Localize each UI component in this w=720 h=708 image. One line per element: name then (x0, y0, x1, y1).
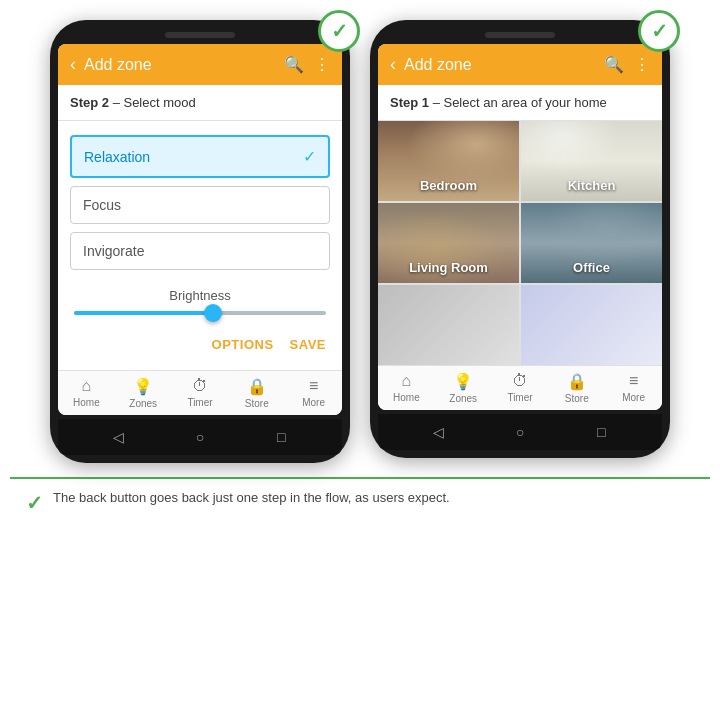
living-bg: Living Room (378, 203, 519, 283)
left-recents-android[interactable]: □ (271, 427, 291, 447)
more-icon-left: ≡ (309, 377, 318, 395)
mood-focus-label: Focus (83, 197, 121, 213)
left-nav-home[interactable]: ⌂ Home (66, 377, 106, 409)
left-nav-zones[interactable]: 💡 Zones (123, 377, 163, 409)
left-step-label: Step 2 – Select mood (58, 85, 342, 121)
right-header-icons: 🔍 ⋮ (604, 55, 650, 74)
save-button[interactable]: SAVE (290, 337, 326, 352)
zones-icon-left: 💡 (133, 377, 153, 396)
room-kitchen[interactable]: Kitchen (521, 121, 662, 201)
brightness-slider[interactable] (74, 311, 326, 315)
brightness-label: Brightness (74, 288, 326, 303)
living-label: Living Room (409, 260, 488, 275)
caption-text: The back button goes back just one step … (53, 489, 450, 507)
mood-invigorate-label: Invigorate (83, 243, 144, 259)
mood-relaxation[interactable]: Relaxation ✓ (70, 135, 330, 178)
caption-check-icon: ✓ (26, 491, 43, 515)
right-back-android[interactable]: ◁ (429, 422, 449, 442)
left-step-text: – Select mood (109, 95, 196, 110)
left-phone-screen: ‹ Add zone 🔍 ⋮ Step 2 – Select mood Rela… (58, 44, 342, 415)
right-step-label: Step 1 – Select an area of your home (378, 85, 662, 121)
left-nav-more[interactable]: ≡ More (294, 377, 334, 409)
right-bottom-nav: ⌂ Home 💡 Zones ⏱ Timer 🔒 Store (378, 365, 662, 410)
zones-icon-right: 💡 (453, 372, 473, 391)
left-search-icon[interactable]: 🔍 (284, 55, 304, 74)
right-nav-store[interactable]: 🔒 Store (557, 372, 597, 404)
bedroom-bg: Bedroom (378, 121, 519, 201)
mood-actions: OPTIONS SAVE (70, 329, 330, 356)
right-home-android[interactable]: ○ (510, 422, 530, 442)
right-nav-zones-label: Zones (449, 393, 477, 404)
right-nav-timer[interactable]: ⏱ Timer (500, 372, 540, 404)
left-bottom-nav: ⌂ Home 💡 Zones ⏱ Timer 🔒 Store (58, 370, 342, 415)
room-living[interactable]: Living Room (378, 203, 519, 283)
left-back-button[interactable]: ‹ (70, 54, 76, 75)
check-icon-right: ✓ (651, 19, 668, 43)
more-icon-right: ≡ (629, 372, 638, 390)
left-check-circle: ✓ (318, 10, 360, 52)
room-extra2[interactable] (521, 285, 662, 365)
right-nav-zones[interactable]: 💡 Zones (443, 372, 483, 404)
bedroom-label: Bedroom (420, 178, 477, 193)
left-nav-store-label: Store (245, 398, 269, 409)
room-bedroom[interactable]: Bedroom (378, 121, 519, 201)
right-nav-home[interactable]: ⌂ Home (386, 372, 426, 404)
left-nav-timer[interactable]: ⏱ Timer (180, 377, 220, 409)
timer-icon-left: ⏱ (192, 377, 208, 395)
options-button[interactable]: OPTIONS (212, 337, 274, 352)
check-icon-left: ✓ (331, 19, 348, 43)
left-android-nav: ◁ ○ □ (58, 419, 342, 455)
store-icon-right: 🔒 (567, 372, 587, 391)
brightness-section: Brightness (70, 288, 330, 321)
right-search-icon[interactable]: 🔍 (604, 55, 624, 74)
right-nav-more[interactable]: ≡ More (614, 372, 654, 404)
phones-row: ✓ ‹ Add zone 🔍 ⋮ Step 2 – Select mood (10, 20, 710, 463)
slider-fill (74, 311, 213, 315)
mood-relaxation-label: Relaxation (84, 149, 150, 165)
home-icon-left: ⌂ (82, 377, 92, 395)
store-icon-left: 🔒 (247, 377, 267, 396)
left-header-icons: 🔍 ⋮ (284, 55, 330, 74)
kitchen-bg: Kitchen (521, 121, 662, 201)
office-label: Office (573, 260, 610, 275)
right-back-button[interactable]: ‹ (390, 54, 396, 75)
left-app-title: Add zone (84, 56, 276, 74)
left-phone-wrapper: ✓ ‹ Add zone 🔍 ⋮ Step 2 – Select mood (50, 20, 350, 463)
right-check-circle: ✓ (638, 10, 680, 52)
right-phone: ‹ Add zone 🔍 ⋮ Step 1 – Select an area o… (370, 20, 670, 458)
left-menu-icon[interactable]: ⋮ (314, 55, 330, 74)
left-phone-top-bar (58, 32, 342, 38)
left-phone-speaker (165, 32, 235, 38)
left-nav-timer-label: Timer (187, 397, 212, 408)
mood-relaxation-check: ✓ (303, 147, 316, 166)
right-phone-speaker (485, 32, 555, 38)
left-nav-store[interactable]: 🔒 Store (237, 377, 277, 409)
right-app-title: Add zone (404, 56, 596, 74)
mood-focus[interactable]: Focus (70, 186, 330, 224)
left-nav-zones-label: Zones (129, 398, 157, 409)
right-step-text: – Select an area of your home (429, 95, 607, 110)
room-extra1[interactable] (378, 285, 519, 365)
left-phone: ‹ Add zone 🔍 ⋮ Step 2 – Select mood Rela… (50, 20, 350, 463)
right-phone-top-bar (378, 32, 662, 38)
left-back-android[interactable]: ◁ (109, 427, 129, 447)
area-grid: Bedroom Kitchen Living Room (378, 121, 662, 365)
kitchen-label: Kitchen (568, 178, 616, 193)
room-office[interactable]: Office (521, 203, 662, 283)
right-android-nav: ◁ ○ □ (378, 414, 662, 450)
left-nav-more-label: More (302, 397, 325, 408)
mood-invigorate[interactable]: Invigorate (70, 232, 330, 270)
right-phone-screen: ‹ Add zone 🔍 ⋮ Step 1 – Select an area o… (378, 44, 662, 410)
right-phone-wrapper: ✓ ‹ Add zone 🔍 ⋮ Step 1 – Select an ar (370, 20, 670, 458)
right-menu-icon[interactable]: ⋮ (634, 55, 650, 74)
slider-thumb[interactable] (204, 304, 222, 322)
right-recents-android[interactable]: □ (591, 422, 611, 442)
right-nav-timer-label: Timer (507, 392, 532, 403)
right-nav-home-label: Home (393, 392, 420, 403)
left-home-android[interactable]: ○ (190, 427, 210, 447)
left-nav-home-label: Home (73, 397, 100, 408)
caption-row: ✓ The back button goes back just one ste… (10, 477, 710, 515)
right-nav-store-label: Store (565, 393, 589, 404)
left-step-number: Step 2 (70, 95, 109, 110)
extra1-bg (378, 285, 519, 365)
